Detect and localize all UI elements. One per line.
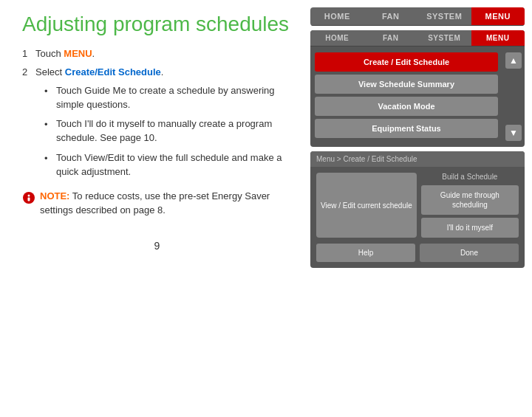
- view-edit-highlight: View/Edit: [84, 152, 124, 163]
- nav-menu[interactable]: MENU: [471, 7, 525, 25]
- bullet-1-text: Touch Guide Me to create a schedule by a…: [56, 84, 292, 112]
- left-panel: Adjusting program schedules 1 Touch MENU…: [0, 0, 307, 417]
- note-icon: [22, 191, 35, 204]
- help-button[interactable]: Help: [316, 244, 415, 262]
- schedule-body: View / Edit current schedule Build a Sch…: [310, 167, 525, 241]
- page-title: Adjusting program schedules: [22, 13, 292, 36]
- menu-highlight: MENU: [64, 48, 92, 59]
- step-2: 2 Select Create/Edit Schedule.: [22, 65, 292, 80]
- bullet-1: • Touch Guide Me to create a schedule by…: [44, 84, 292, 112]
- bullet-3: • Touch View/Edit to view the full sched…: [44, 151, 292, 179]
- menu-ui: HOME FAN SYSTEM MENU Create / Edit Sched…: [310, 30, 525, 147]
- breadcrumb: Menu > Create / Edit Schedule: [310, 151, 525, 167]
- bullet-2-text: Touch I'll do it myself to manually crea…: [56, 117, 292, 145]
- menu-item-view-summary[interactable]: View Schedule Summary: [315, 75, 498, 94]
- menu-nav-fan[interactable]: FAN: [364, 30, 418, 46]
- menu-list: Create / Edit Schedule View Schedule Sum…: [310, 49, 502, 144]
- scroll-down-button[interactable]: ▼: [505, 125, 522, 141]
- menu-nav-system[interactable]: SYSTEM: [417, 30, 471, 46]
- view-edit-current-button[interactable]: View / Edit current schedule: [316, 173, 417, 238]
- menu-item-equipment[interactable]: Equipment Status: [315, 119, 498, 138]
- step-1-num: 1: [22, 46, 35, 61]
- top-nav: HOME FAN SYSTEM MENU: [310, 7, 525, 26]
- menu-nav: HOME FAN SYSTEM MENU: [310, 30, 525, 46]
- schedule-ui: Menu > Create / Edit Schedule View / Edi…: [310, 151, 525, 268]
- step-2-text: Select Create/Edit Schedule.: [35, 65, 163, 80]
- bullet-list: • Touch Guide Me to create a schedule by…: [44, 84, 292, 179]
- step-2-num: 2: [22, 65, 35, 80]
- schedule-footer: Help Done: [310, 241, 525, 262]
- build-section: Build a Schedule Guide me through schedu…: [421, 173, 519, 238]
- page-number: 9: [22, 240, 292, 252]
- ill-do-it-highlight: I'll do it myself: [84, 118, 144, 129]
- nav-home[interactable]: HOME: [310, 7, 364, 25]
- menu-body: Create / Edit Schedule View Schedule Sum…: [310, 46, 525, 147]
- note-section: NOTE: To reduce costs, use the pre-set E…: [22, 190, 292, 218]
- svg-rect-2: [28, 197, 30, 201]
- nav-fan[interactable]: FAN: [364, 7, 418, 25]
- svg-point-1: [28, 194, 30, 196]
- scroll-up-button[interactable]: ▲: [505, 52, 522, 69]
- menu-item-create-edit[interactable]: Create / Edit Schedule: [315, 52, 498, 72]
- done-button[interactable]: Done: [420, 244, 519, 262]
- instructions: 1 Touch MENU. 2 Select Create/Edit Sched…: [22, 46, 292, 218]
- menu-item-vacation[interactable]: Vacation Mode: [315, 97, 498, 116]
- right-panel: HOME FAN SYSTEM MENU HOME FAN SYSTEM MEN…: [307, 0, 532, 417]
- bullet-3-text: Touch View/Edit to view the full schedul…: [56, 151, 292, 179]
- menu-nav-home[interactable]: HOME: [310, 30, 364, 46]
- guide-me-highlight: Guide Me: [84, 85, 126, 96]
- menu-nav-menu[interactable]: MENU: [471, 30, 525, 46]
- top-nav-bar: HOME FAN SYSTEM MENU: [310, 7, 525, 26]
- step-1: 1 Touch MENU.: [22, 46, 292, 61]
- note-text: NOTE: To reduce costs, use the pre-set E…: [40, 190, 292, 218]
- note-label: NOTE:: [40, 190, 69, 201]
- step-1-text: Touch MENU.: [35, 46, 95, 61]
- build-label: Build a Schedule: [421, 173, 519, 181]
- note-body: To reduce costs, use the pre-set Energy …: [40, 190, 270, 216]
- guide-me-button[interactable]: Guide me through scheduling: [421, 185, 519, 215]
- nav-system[interactable]: SYSTEM: [417, 7, 471, 25]
- ill-do-it-myself-button[interactable]: I'll do it myself: [421, 218, 519, 238]
- menu-scroll: ▲ ▼: [502, 49, 525, 144]
- create-edit-highlight: Create/Edit Schedule: [65, 66, 161, 77]
- bullet-2: • Touch I'll do it myself to manually cr…: [44, 117, 292, 145]
